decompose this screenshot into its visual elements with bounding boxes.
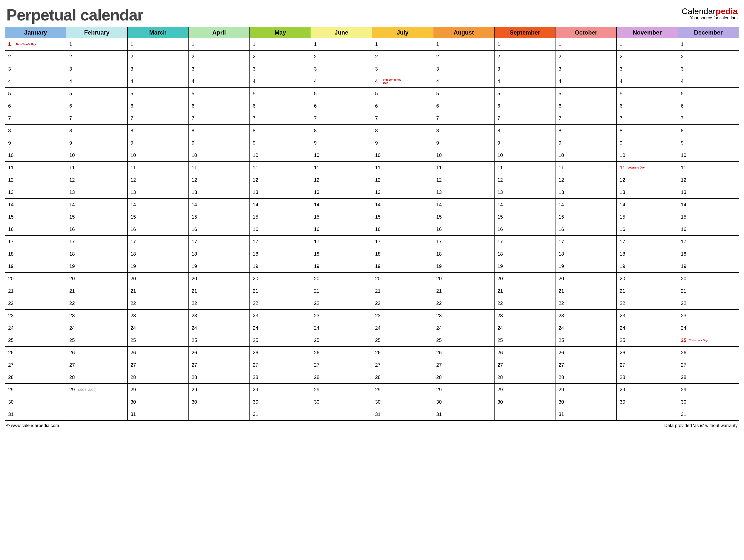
day-number: 30: [681, 399, 687, 405]
day-cell: 23: [250, 310, 311, 322]
day-number: 22: [253, 300, 259, 306]
day-cell: 7: [189, 112, 250, 124]
day-number: 21: [558, 288, 564, 294]
day-cell: 18: [189, 248, 250, 260]
day-number: 23: [620, 313, 626, 319]
day-cell: 21: [555, 285, 617, 297]
day-cell: 12: [5, 174, 66, 186]
day-number: 29: [191, 387, 197, 393]
day-cell: 21: [127, 285, 189, 297]
day-cell: 2: [250, 50, 311, 63]
day-number: 18: [8, 251, 14, 257]
day-number: 10: [131, 152, 137, 158]
day-number: 23: [191, 313, 197, 319]
day-number: 5: [558, 91, 564, 97]
day-row: 212121212121212121212121: [5, 285, 739, 297]
day-number: 13: [253, 189, 259, 195]
day-number: 14: [314, 202, 320, 208]
day-cell: 1: [433, 38, 494, 50]
day-number: 26: [131, 350, 137, 356]
day-number: 23: [131, 313, 137, 319]
day-cell: 29: [617, 384, 678, 396]
day-cell: [494, 408, 555, 421]
day-number: 28: [253, 374, 259, 380]
day-cell: 26: [617, 347, 678, 359]
day-cell: 4: [494, 75, 555, 87]
day-cell: 7: [66, 112, 127, 124]
calendar-table: JanuaryFebruaryMarchAprilMayJuneJulyAugu…: [5, 27, 739, 421]
day-number: 11: [558, 165, 564, 171]
day-number: 21: [681, 288, 687, 294]
day-cell: 10: [433, 149, 494, 161]
holiday-label: Veterans Day: [628, 166, 644, 169]
day-cell: 22: [127, 297, 189, 310]
day-number: 14: [69, 202, 75, 208]
day-cell: 27: [555, 359, 617, 371]
day-cell: 19: [189, 260, 250, 272]
day-number: 10: [375, 152, 381, 158]
day-cell: 2: [311, 50, 372, 63]
day-cell: 6: [66, 100, 127, 112]
day-cell: 7: [5, 112, 66, 124]
day-cell: 24: [678, 322, 739, 334]
day-cell: 21: [678, 285, 739, 297]
day-cell: 14: [189, 198, 250, 211]
day-number: 10: [497, 152, 504, 158]
day-number: 17: [681, 239, 687, 245]
day-number: 1: [191, 41, 197, 47]
day-cell: 19: [250, 260, 311, 272]
day-cell: 13: [66, 186, 127, 198]
day-cell: 23: [494, 310, 555, 322]
day-number: 17: [69, 239, 75, 245]
day-cell: 24: [250, 322, 311, 334]
day-cell: 24: [127, 322, 189, 334]
day-cell: 15: [494, 211, 555, 223]
day-cell: 19: [678, 260, 739, 272]
day-number: 1: [131, 41, 137, 47]
day-number: 19: [8, 263, 14, 269]
day-number: 22: [558, 300, 564, 306]
day-cell: 26: [494, 347, 555, 359]
day-cell: 28: [189, 371, 250, 384]
day-cell: [66, 408, 127, 421]
day-cell: 27: [617, 359, 678, 371]
day-number: 13: [314, 189, 320, 195]
day-cell: 11: [66, 161, 127, 174]
month-header: December: [678, 27, 739, 38]
day-cell: 29: [678, 384, 739, 396]
day-cell: 12: [250, 174, 311, 186]
day-cell: 30: [189, 396, 250, 408]
month-header: October: [555, 27, 617, 38]
day-cell: 4: [433, 75, 494, 87]
day-number: 15: [620, 214, 626, 220]
day-number: 12: [375, 177, 381, 183]
day-cell: 23: [372, 310, 433, 322]
day-cell: 12: [372, 174, 433, 186]
day-cell: 31: [250, 408, 311, 421]
day-cell: 14: [678, 198, 739, 211]
day-number: 6: [436, 103, 442, 109]
day-cell: 11: [494, 161, 555, 174]
day-number: 10: [558, 152, 564, 158]
day-cell: 18: [66, 248, 127, 260]
day-cell: 3: [372, 63, 433, 75]
day-number: 18: [681, 251, 687, 257]
day-cell: 14: [311, 198, 372, 211]
day-number: 19: [558, 263, 564, 269]
day-cell: 9: [494, 137, 555, 149]
day-cell: 27: [311, 359, 372, 371]
day-number: 5: [314, 91, 320, 97]
day-number: 24: [131, 325, 137, 331]
day-number: 20: [253, 276, 259, 282]
day-number: 5: [8, 91, 14, 97]
day-number: 27: [558, 362, 564, 368]
day-cell: 23: [66, 310, 127, 322]
day-number: 15: [8, 214, 14, 220]
day-number: 4: [69, 78, 75, 84]
day-number: 2: [436, 54, 442, 60]
day-number: 28: [558, 374, 564, 380]
day-cell: 10: [494, 149, 555, 161]
day-cell: 20: [250, 272, 311, 285]
day-number: 14: [8, 202, 14, 208]
day-cell: 12: [494, 174, 555, 186]
